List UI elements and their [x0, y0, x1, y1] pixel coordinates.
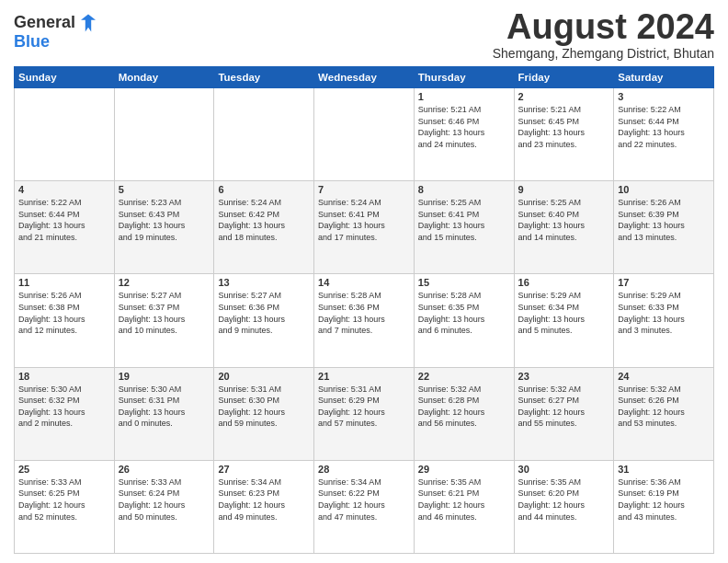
calendar-week-row: 4Sunrise: 5:22 AM Sunset: 6:44 PM Daylig… — [15, 181, 714, 274]
day-number: 15 — [418, 277, 510, 288]
weekday-header-row: Sunday Monday Tuesday Wednesday Thursday… — [15, 67, 714, 88]
table-row: 22Sunrise: 5:32 AM Sunset: 6:28 PM Dayli… — [414, 367, 514, 460]
calendar-table: Sunday Monday Tuesday Wednesday Thursday… — [14, 66, 714, 554]
day-info: Sunrise: 5:25 AM Sunset: 6:40 PM Dayligh… — [518, 197, 610, 243]
day-info: Sunrise: 5:26 AM Sunset: 6:39 PM Dayligh… — [618, 197, 710, 243]
day-number: 28 — [318, 464, 410, 475]
calendar-page: General Blue August 2024 Shemgang, Zhemg… — [0, 0, 728, 563]
day-number: 4 — [18, 184, 110, 195]
day-number: 5 — [119, 184, 210, 195]
day-number: 25 — [18, 464, 110, 475]
table-row — [15, 88, 115, 181]
table-row — [114, 88, 214, 181]
table-row: 8Sunrise: 5:25 AM Sunset: 6:41 PM Daylig… — [414, 181, 514, 274]
day-number: 14 — [318, 277, 410, 288]
day-info: Sunrise: 5:35 AM Sunset: 6:20 PM Dayligh… — [518, 477, 610, 523]
day-number: 24 — [618, 371, 710, 382]
day-info: Sunrise: 5:28 AM Sunset: 6:35 PM Dayligh… — [418, 290, 510, 336]
calendar-week-row: 25Sunrise: 5:33 AM Sunset: 6:25 PM Dayli… — [15, 460, 714, 553]
calendar-week-row: 18Sunrise: 5:30 AM Sunset: 6:32 PM Dayli… — [15, 367, 714, 460]
day-number: 20 — [218, 371, 310, 382]
day-info: Sunrise: 5:35 AM Sunset: 6:21 PM Dayligh… — [418, 477, 510, 523]
calendar-week-row: 1Sunrise: 5:21 AM Sunset: 6:46 PM Daylig… — [15, 88, 714, 181]
day-info: Sunrise: 5:27 AM Sunset: 6:37 PM Dayligh… — [119, 290, 210, 336]
table-row: 1Sunrise: 5:21 AM Sunset: 6:46 PM Daylig… — [414, 88, 514, 181]
table-row: 31Sunrise: 5:36 AM Sunset: 6:19 PM Dayli… — [614, 460, 714, 553]
svg-marker-0 — [81, 14, 96, 31]
day-number: 22 — [418, 371, 510, 382]
day-info: Sunrise: 5:29 AM Sunset: 6:34 PM Dayligh… — [518, 290, 610, 336]
day-number: 30 — [518, 464, 610, 475]
day-info: Sunrise: 5:24 AM Sunset: 6:41 PM Dayligh… — [318, 197, 410, 243]
table-row: 12Sunrise: 5:27 AM Sunset: 6:37 PM Dayli… — [114, 274, 214, 367]
day-number: 29 — [418, 464, 510, 475]
day-info: Sunrise: 5:25 AM Sunset: 6:41 PM Dayligh… — [418, 197, 510, 243]
table-row: 14Sunrise: 5:28 AM Sunset: 6:36 PM Dayli… — [314, 274, 415, 367]
header: General Blue August 2024 Shemgang, Zhemg… — [14, 9, 714, 61]
table-row — [214, 88, 314, 181]
logo-general-text: General — [14, 13, 75, 31]
day-number: 17 — [618, 277, 710, 288]
table-row: 11Sunrise: 5:26 AM Sunset: 6:38 PM Dayli… — [15, 274, 115, 367]
table-row: 23Sunrise: 5:32 AM Sunset: 6:27 PM Dayli… — [514, 367, 614, 460]
day-info: Sunrise: 5:32 AM Sunset: 6:28 PM Dayligh… — [418, 384, 510, 430]
table-row: 18Sunrise: 5:30 AM Sunset: 6:32 PM Dayli… — [15, 367, 115, 460]
day-number: 10 — [618, 184, 710, 195]
day-number: 7 — [318, 184, 410, 195]
day-info: Sunrise: 5:23 AM Sunset: 6:43 PM Dayligh… — [119, 197, 210, 243]
table-row — [314, 88, 415, 181]
day-number: 9 — [518, 184, 610, 195]
day-info: Sunrise: 5:34 AM Sunset: 6:22 PM Dayligh… — [318, 477, 410, 523]
day-number: 11 — [18, 277, 110, 288]
day-info: Sunrise: 5:22 AM Sunset: 6:44 PM Dayligh… — [618, 104, 710, 150]
location-text: Shemgang, Zhemgang District, Bhutan — [493, 46, 714, 61]
day-info: Sunrise: 5:27 AM Sunset: 6:36 PM Dayligh… — [218, 290, 310, 336]
table-row: 26Sunrise: 5:33 AM Sunset: 6:24 PM Dayli… — [114, 460, 214, 553]
table-row: 20Sunrise: 5:31 AM Sunset: 6:30 PM Dayli… — [214, 367, 314, 460]
table-row: 21Sunrise: 5:31 AM Sunset: 6:29 PM Dayli… — [314, 367, 415, 460]
day-number: 12 — [119, 277, 210, 288]
day-info: Sunrise: 5:31 AM Sunset: 6:29 PM Dayligh… — [318, 384, 410, 430]
table-row: 16Sunrise: 5:29 AM Sunset: 6:34 PM Dayli… — [514, 274, 614, 367]
header-thursday: Thursday — [414, 67, 514, 88]
day-number: 21 — [318, 371, 410, 382]
day-number: 2 — [518, 91, 610, 102]
table-row: 25Sunrise: 5:33 AM Sunset: 6:25 PM Dayli… — [15, 460, 115, 553]
header-sunday: Sunday — [15, 67, 115, 88]
day-info: Sunrise: 5:32 AM Sunset: 6:26 PM Dayligh… — [618, 384, 710, 430]
title-block: August 2024 Shemgang, Zhemgang District,… — [493, 9, 714, 61]
table-row: 29Sunrise: 5:35 AM Sunset: 6:21 PM Dayli… — [414, 460, 514, 553]
logo: General Blue — [14, 13, 96, 52]
table-row: 13Sunrise: 5:27 AM Sunset: 6:36 PM Dayli… — [214, 274, 314, 367]
day-number: 3 — [618, 91, 710, 102]
day-info: Sunrise: 5:31 AM Sunset: 6:30 PM Dayligh… — [218, 384, 310, 430]
table-row: 24Sunrise: 5:32 AM Sunset: 6:26 PM Dayli… — [614, 367, 714, 460]
day-info: Sunrise: 5:30 AM Sunset: 6:31 PM Dayligh… — [119, 384, 210, 430]
day-info: Sunrise: 5:28 AM Sunset: 6:36 PM Dayligh… — [318, 290, 410, 336]
day-number: 27 — [218, 464, 310, 475]
day-info: Sunrise: 5:36 AM Sunset: 6:19 PM Dayligh… — [618, 477, 710, 523]
logo-bird-icon — [81, 14, 96, 32]
table-row: 28Sunrise: 5:34 AM Sunset: 6:22 PM Dayli… — [314, 460, 415, 553]
table-row: 10Sunrise: 5:26 AM Sunset: 6:39 PM Dayli… — [614, 181, 714, 274]
day-info: Sunrise: 5:34 AM Sunset: 6:23 PM Dayligh… — [218, 477, 310, 523]
table-row: 15Sunrise: 5:28 AM Sunset: 6:35 PM Dayli… — [414, 274, 514, 367]
day-number: 13 — [218, 277, 310, 288]
day-number: 18 — [18, 371, 110, 382]
day-info: Sunrise: 5:32 AM Sunset: 6:27 PM Dayligh… — [518, 384, 610, 430]
day-info: Sunrise: 5:21 AM Sunset: 6:46 PM Dayligh… — [418, 104, 510, 150]
table-row: 27Sunrise: 5:34 AM Sunset: 6:23 PM Dayli… — [214, 460, 314, 553]
day-info: Sunrise: 5:21 AM Sunset: 6:45 PM Dayligh… — [518, 104, 610, 150]
day-number: 26 — [119, 464, 210, 475]
day-number: 31 — [618, 464, 710, 475]
calendar-week-row: 11Sunrise: 5:26 AM Sunset: 6:38 PM Dayli… — [15, 274, 714, 367]
day-info: Sunrise: 5:30 AM Sunset: 6:32 PM Dayligh… — [18, 384, 110, 430]
day-info: Sunrise: 5:22 AM Sunset: 6:44 PM Dayligh… — [18, 197, 110, 243]
day-number: 1 — [418, 91, 510, 102]
header-friday: Friday — [514, 67, 614, 88]
table-row: 4Sunrise: 5:22 AM Sunset: 6:44 PM Daylig… — [15, 181, 115, 274]
table-row: 19Sunrise: 5:30 AM Sunset: 6:31 PM Dayli… — [114, 367, 214, 460]
day-number: 6 — [218, 184, 310, 195]
day-info: Sunrise: 5:24 AM Sunset: 6:42 PM Dayligh… — [218, 197, 310, 243]
header-wednesday: Wednesday — [314, 67, 415, 88]
